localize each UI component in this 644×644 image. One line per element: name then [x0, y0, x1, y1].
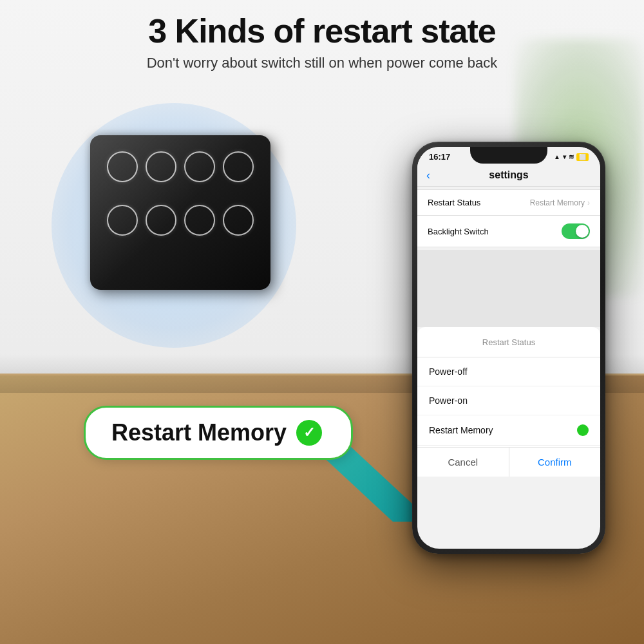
phone-device: 16:17 ▲ ▾ ≋ ⬜ ‹ settings Restart Status [412, 142, 605, 554]
switch-button-8[interactable] [223, 205, 254, 236]
bubble-box: Restart Memory [84, 406, 353, 460]
switch-body [90, 135, 270, 290]
chevron-right-icon: › [587, 198, 590, 207]
option-power-off-label: Power-off [429, 366, 468, 377]
switch-button-5[interactable] [107, 205, 138, 236]
signal-icon: ▲ [554, 153, 560, 160]
option-restart-memory[interactable]: Restart Memory [417, 415, 600, 446]
cancel-button[interactable]: Cancel [417, 448, 509, 477]
switch-row-top [90, 135, 270, 189]
gray-empty-area [417, 250, 600, 327]
wifi-icon: ▾ [563, 153, 566, 160]
switch-button-2[interactable] [146, 151, 176, 182]
switch-button-4[interactable] [223, 151, 254, 182]
check-circle-icon [296, 420, 322, 446]
confirm-button[interactable]: Confirm [509, 448, 601, 477]
option-power-off[interactable]: Power-off [417, 357, 600, 386]
option-power-on[interactable]: Power-on [417, 386, 600, 415]
title-area: 3 Kinds of restart state Don't worry abo… [0, 13, 644, 71]
switch-button-1[interactable] [107, 151, 138, 182]
back-button[interactable]: ‹ [426, 169, 430, 182]
restart-memory-bubble: Restart Memory [84, 406, 353, 460]
backlight-toggle[interactable] [562, 223, 590, 239]
switch-button-7[interactable] [184, 205, 215, 236]
nav-title: settings [489, 169, 528, 181]
option-power-on-label: Power-on [429, 395, 468, 406]
phone-body: 16:17 ▲ ▾ ≋ ⬜ ‹ settings Restart Status [412, 142, 605, 554]
selected-indicator-icon [577, 424, 589, 436]
switch-row-bottom [90, 189, 270, 242]
restart-status-label: Restart Status [428, 198, 480, 207]
status-icons: ▲ ▾ ≋ ⬜ [554, 153, 589, 161]
phone-notch [470, 147, 547, 164]
nav-bar: ‹ settings [417, 164, 600, 187]
restart-status-row[interactable]: Restart Status Restart Memory › [417, 189, 600, 216]
status-time: 16:17 [429, 152, 450, 162]
wifi-bars-icon: ≋ [569, 153, 574, 160]
option-restart-memory-label: Restart Memory [429, 425, 493, 435]
backlight-label: Backlight Switch [428, 227, 489, 236]
smart-switch-device [90, 135, 270, 290]
sheet-title: Restart Status [482, 337, 535, 347]
restart-status-value: Restart Memory › [530, 198, 590, 207]
restart-memory-label: Restart Memory [111, 419, 287, 446]
main-title: 3 Kinds of restart state [0, 13, 644, 50]
sheet-title-row: Restart Status [417, 327, 600, 357]
backlight-switch-row[interactable]: Backlight Switch [417, 216, 600, 247]
sheet-actions: Cancel Confirm [417, 447, 600, 477]
battery-icon: ⬜ [576, 153, 589, 161]
restart-status-current: Restart Memory [530, 198, 585, 207]
phone-screen: 16:17 ▲ ▾ ≋ ⬜ ‹ settings Restart Status [417, 147, 600, 549]
bottom-sheet: Restart Status Power-off Power-on Restar… [417, 327, 600, 477]
switch-button-6[interactable] [146, 205, 176, 236]
settings-section: Restart Status Restart Memory › Backligh… [417, 187, 600, 250]
switch-button-3[interactable] [184, 151, 215, 182]
subtitle: Don't worry about switch still on when p… [0, 55, 644, 71]
